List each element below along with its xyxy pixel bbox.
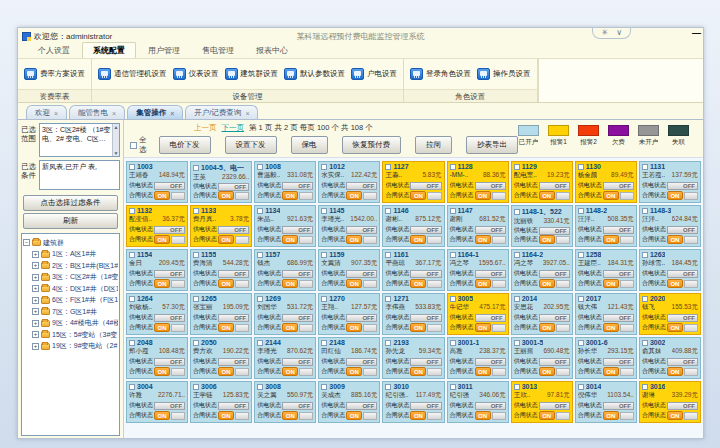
ribbon-button[interactable]: 费率方案设置	[24, 68, 85, 80]
chevron-down-icon[interactable]: ∨	[616, 28, 622, 37]
tree-item-2[interactable]: +3区：C区2#井（1#变	[23, 272, 118, 282]
meter-card-1258[interactable]: 1258王建臣..184.31元供电状态OFF合闸状态ON	[575, 249, 637, 291]
ribbon-button[interactable]: 仪表设置	[173, 68, 219, 80]
meter-card-1148-1、522[interactable]: 1148-1、522沈丽铁330.41元供电状态OFF合闸状态ON	[511, 205, 573, 247]
breaker-on-button[interactable]: ON	[410, 367, 426, 376]
minimize-icon[interactable]: —	[692, 28, 701, 38]
doc-tab-3[interactable]: 开户/记费查询×	[185, 105, 258, 119]
meter-card-3016[interactable]: 3016谢琳339.29元供电状态OFF合闸状态ON	[639, 381, 701, 423]
card-checkbox[interactable]	[129, 208, 135, 214]
meter-card-1263[interactable]: 1263孙球雪..184.45元供电状态OFF合闸状态ON	[639, 249, 701, 291]
meter-card-1269[interactable]: 1269刘国华531.72元供电状态OFF合闸状态ON	[254, 293, 316, 335]
meter-card-3013[interactable]: 3013王欣..97.81元供电状态OFF合闸状态ON	[511, 381, 573, 423]
meter-card-1264[interactable]: 1264刘敏杨..57.30元供电状态OFF合闸状态ON	[126, 293, 188, 335]
card-checkbox[interactable]	[642, 164, 648, 170]
breaker-on-button[interactable]: ON	[603, 411, 619, 420]
breaker-on-button[interactable]: ON	[539, 323, 555, 332]
meter-card-1004-5、电一[interactable]: 1004-5、电一王英2329.66..供电状态OFF合闸状态ON	[190, 161, 252, 203]
card-checkbox[interactable]	[578, 384, 584, 390]
card-checkbox[interactable]	[257, 296, 263, 302]
card-checkbox[interactable]	[642, 252, 648, 258]
breaker-on-button[interactable]: ON	[346, 235, 362, 244]
card-checkbox[interactable]	[578, 296, 584, 302]
selected-range-box[interactable]: 3区：C区2#楼 （1#变电、2# 变电、C区… ▲ ▼	[39, 123, 120, 157]
meter-card-1271[interactable]: 1271李伟燕533.83元供电状态OFF合闸状态ON	[382, 293, 444, 335]
scroll-down-icon[interactable]: ▼	[114, 150, 119, 157]
close-icon[interactable]: ×	[170, 110, 174, 117]
breaker-on-button[interactable]: ON	[346, 411, 362, 420]
card-checkbox[interactable]	[514, 296, 520, 302]
breaker-on-button[interactable]: ON	[475, 191, 491, 200]
card-checkbox[interactable]	[642, 208, 648, 214]
meter-card-1265[interactable]: 1265张宝丽195.09元供电状态OFF合闸状态ON	[190, 293, 252, 335]
breaker-on-button[interactable]: ON	[667, 411, 683, 420]
meter-card-1164-2[interactable]: 1164-2冯之琴3927.05..供电状态OFF合闸状态ON	[511, 249, 573, 291]
breaker-on-button[interactable]: ON	[539, 279, 555, 288]
breaker-on-button[interactable]: ON	[667, 191, 683, 200]
breaker-on-button[interactable]: ON	[410, 191, 426, 200]
card-checkbox[interactable]	[450, 340, 456, 346]
breaker-on-button[interactable]: ON	[218, 235, 234, 244]
card-checkbox[interactable]	[321, 252, 327, 258]
collapse-icon[interactable]: −	[23, 239, 30, 246]
breaker-on-button[interactable]: ON	[667, 235, 683, 244]
card-checkbox[interactable]	[321, 296, 327, 302]
breaker-on-button[interactable]: ON	[154, 411, 170, 420]
meter-card-3002[interactable]: 3002俞其妹409.88元供电状态OFF合闸状态ON	[639, 337, 701, 379]
ribbon-button[interactable]: 操作员设置	[477, 68, 531, 80]
card-checkbox[interactable]	[450, 252, 456, 258]
meter-card-1129[interactable]: 1129配电室..19.23元供电状态OFF合闸状态ON	[511, 161, 573, 203]
meter-card-2048[interactable]: 2048郑小霞108.48元供电状态OFF合闸状态ON	[126, 337, 188, 379]
meter-card-1148-3[interactable]: 1148-3汪洋..624.84元供电状态OFF合闸状态ON	[639, 205, 701, 247]
breaker-on-button[interactable]: ON	[154, 279, 170, 288]
meter-card-1134[interactable]: 1134朱品..921.63元供电状态OFF合闸状态ON	[254, 205, 316, 247]
breaker-on-button[interactable]: ON	[282, 367, 298, 376]
card-checkbox[interactable]	[257, 164, 263, 170]
breaker-on-button[interactable]: ON	[539, 191, 555, 200]
card-checkbox[interactable]	[257, 252, 263, 258]
breaker-on-button[interactable]: ON	[154, 191, 170, 200]
menu-tab-4[interactable]: 报表中心	[246, 43, 298, 58]
selected-condition-box[interactable]: 新风表,已开户 表,	[39, 160, 120, 190]
expand-icon[interactable]: +	[32, 343, 39, 350]
card-checkbox[interactable]	[514, 164, 520, 170]
prev-page-link[interactable]: 上一页	[194, 123, 217, 133]
expand-icon[interactable]: +	[32, 251, 39, 258]
menu-tab-3[interactable]: 售电管理	[192, 43, 244, 58]
scroll-up-icon[interactable]: ▲	[114, 124, 119, 131]
meter-card-2020[interactable]: 2020钱飞155.53元供电状态OFF合闸状态ON	[639, 293, 701, 335]
breaker-on-button[interactable]: ON	[475, 279, 491, 288]
breaker-on-button[interactable]: ON	[282, 279, 298, 288]
meter-card-3006[interactable]: 3006王学链125.83元供电状态OFF合闸状态ON	[190, 381, 252, 423]
toolbar-button-5[interactable]: 抄表导出	[466, 136, 518, 154]
card-checkbox[interactable]	[578, 208, 584, 214]
card-checkbox[interactable]	[193, 252, 199, 258]
meter-card-3010[interactable]: 3010纪引强..117.49元供电状态OFF合闸状态ON	[382, 381, 444, 423]
meter-card-3001-6[interactable]: 3001-6孙长华293.15元供电状态OFF合闸状态ON	[575, 337, 637, 379]
meter-card-1130[interactable]: 1130杨金颜89.49元供电状态OFF合闸状态ON	[575, 161, 637, 203]
meter-card-1159[interactable]: 1159文翼清907.35元供电状态OFF合闸状态ON	[318, 249, 380, 291]
tree-root[interactable]: − 建筑群	[23, 238, 118, 248]
breaker-on-button[interactable]: ON	[603, 235, 619, 244]
expand-icon[interactable]: +	[32, 320, 39, 327]
card-checkbox[interactable]	[321, 208, 327, 214]
card-checkbox[interactable]	[514, 384, 520, 390]
card-checkbox[interactable]	[514, 252, 520, 258]
close-icon[interactable]: ×	[245, 110, 249, 117]
breaker-on-button[interactable]: ON	[410, 411, 426, 420]
refresh-button[interactable]: 刷新	[23, 213, 118, 229]
card-checkbox[interactable]	[193, 384, 199, 390]
breaker-on-button[interactable]: ON	[282, 323, 298, 332]
breaker-on-button[interactable]: ON	[154, 323, 170, 332]
card-checkbox[interactable]	[385, 340, 391, 346]
breaker-on-button[interactable]: ON	[539, 411, 555, 420]
breaker-on-button[interactable]: ON	[346, 323, 362, 332]
doc-tab-1[interactable]: 能管售电×	[69, 105, 125, 119]
card-checkbox[interactable]	[578, 164, 584, 170]
meter-card-1127[interactable]: 1127王淼..5.83元供电状态OFF合闸状态ON	[382, 161, 444, 203]
toolbar-button-3[interactable]: 恢复预付费	[342, 136, 402, 154]
ribbon-button[interactable]: 默认参数设置	[284, 68, 345, 80]
tree-item-1[interactable]: +2区：B区1#井(B区1#	[23, 261, 118, 271]
breaker-on-button[interactable]: ON	[475, 323, 491, 332]
card-checkbox[interactable]	[450, 384, 456, 390]
